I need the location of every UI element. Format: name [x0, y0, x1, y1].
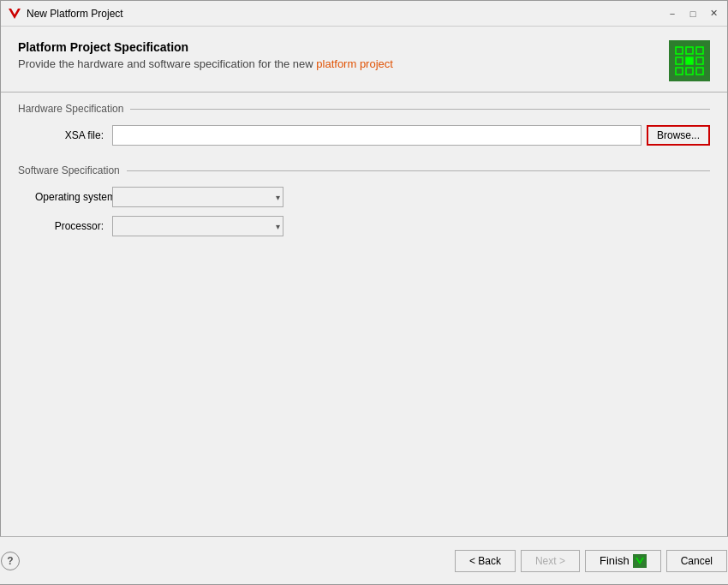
finish-svg — [635, 556, 645, 566]
os-row: Operating system: ▾ — [18, 187, 710, 207]
next-button[interactable]: Next > — [521, 550, 580, 572]
help-button[interactable]: ? — [1, 552, 20, 570]
svg-rect-1 — [676, 47, 683, 54]
xsa-label: XSA file: — [35, 129, 112, 141]
footer: ? < Back Next > Finish Cancel — [0, 536, 728, 584]
processor-dropdown-wrapper: ▾ — [112, 216, 283, 236]
svg-marker-0 — [9, 9, 21, 19]
svg-marker-10 — [636, 558, 644, 564]
svg-rect-2 — [686, 47, 693, 54]
finish-button[interactable]: Finish — [585, 550, 661, 572]
page-header: Platform Project Specification Provide t… — [18, 40, 710, 81]
hardware-section-label: Hardware Specification — [18, 103, 130, 115]
window-content: Platform Project Specification Provide t… — [1, 27, 727, 536]
subtitle-before: Provide the hardware and software specif… — [18, 57, 316, 70]
processor-row: Processor: ▾ — [18, 216, 710, 236]
processor-label: Processor: — [35, 220, 112, 232]
window-title: New Platform Project — [27, 8, 123, 20]
hardware-section-line — [130, 109, 710, 110]
software-section: Software Specification Operating system:… — [18, 164, 710, 245]
hardware-section: Hardware Specification XSA file: Browse.… — [18, 103, 710, 154]
header-separator — [1, 92, 727, 93]
svg-rect-5 — [686, 57, 693, 64]
os-label: Operating system: — [35, 191, 112, 203]
title-bar: New Platform Project − □ ✕ — [1, 1, 727, 27]
back-button[interactable]: < Back — [455, 550, 516, 572]
page-title: Platform Project Specification — [18, 40, 659, 54]
app-icon — [8, 7, 21, 21]
minimize-button[interactable]: − — [665, 7, 679, 21]
platform-icon — [669, 40, 710, 81]
svg-rect-8 — [686, 68, 693, 75]
os-dropdown[interactable] — [112, 187, 283, 207]
svg-rect-7 — [676, 68, 683, 75]
browse-button[interactable]: Browse... — [647, 125, 710, 146]
finish-icon — [633, 554, 647, 568]
svg-rect-3 — [696, 47, 703, 54]
xsa-file-row: XSA file: Browse... — [18, 125, 710, 146]
maximize-button[interactable]: □ — [686, 7, 700, 21]
xsa-file-input[interactable] — [112, 125, 641, 146]
main-window: New Platform Project − □ ✕ Platform Proj… — [0, 0, 728, 585]
svg-rect-9 — [696, 68, 703, 75]
svg-rect-6 — [696, 57, 703, 64]
close-button[interactable]: ✕ — [707, 7, 720, 21]
software-section-label: Software Specification — [18, 164, 127, 176]
title-bar-controls: − □ ✕ — [665, 7, 720, 21]
svg-rect-4 — [676, 57, 683, 64]
footer-right: < Back Next > Finish Cancel — [455, 550, 727, 572]
software-section-line — [127, 170, 710, 171]
os-dropdown-wrapper: ▾ — [112, 187, 283, 207]
footer-left: ? — [1, 552, 20, 570]
platform-svg-icon — [674, 45, 705, 76]
finish-label: Finish — [600, 554, 630, 567]
hardware-section-header: Hardware Specification — [18, 103, 710, 115]
software-section-header: Software Specification — [18, 164, 710, 176]
cancel-button[interactable]: Cancel — [666, 550, 727, 572]
page-subtitle: Provide the hardware and software specif… — [18, 57, 659, 70]
title-bar-left: New Platform Project — [8, 7, 665, 21]
subtitle-highlight: platform project — [316, 57, 393, 70]
page-header-text: Platform Project Specification Provide t… — [18, 40, 659, 70]
processor-dropdown[interactable] — [112, 216, 283, 236]
main-area — [18, 245, 710, 536]
